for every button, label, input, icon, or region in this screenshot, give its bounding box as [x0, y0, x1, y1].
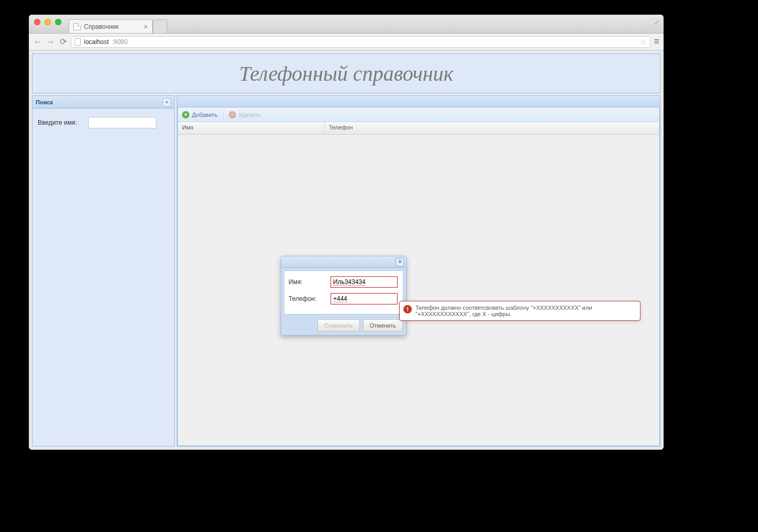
- tab-row: Справочник ×: [69, 15, 167, 33]
- search-panel-body: Введите имя:: [33, 108, 174, 446]
- toolbar: + Добавить − Удалить: [178, 107, 659, 122]
- browser-window: Справочник × ⤢ ← → ⟳ localhost:8080 ☆ ≡ …: [29, 15, 664, 450]
- reload-button[interactable]: ⟳: [58, 37, 68, 47]
- page-icon: [73, 23, 81, 30]
- header-panel: Телефонный справочник: [32, 53, 660, 93]
- window-controls: [29, 15, 67, 25]
- add-button-label: Добавить: [192, 112, 218, 118]
- browser-tab-active[interactable]: Справочник ×: [69, 19, 153, 33]
- column-phone[interactable]: Телефон: [325, 122, 659, 134]
- grid-body: [178, 135, 659, 446]
- dialog-header[interactable]: ✕: [281, 256, 406, 268]
- address-bar: ← → ⟳ localhost:8080 ☆ ≡: [29, 34, 664, 50]
- page-icon-small: [74, 38, 81, 46]
- collapse-button[interactable]: «: [163, 98, 171, 106]
- main-body: + Добавить − Удалить Имя Телефон: [177, 107, 660, 446]
- browser-menu-icon[interactable]: ≡: [654, 36, 659, 47]
- tab-close-icon[interactable]: ×: [144, 23, 148, 30]
- validation-tooltip: ! Телефон должно соответсвовать шаблону …: [399, 301, 640, 321]
- main-panel: + Добавить − Удалить Имя Телефон: [177, 95, 660, 447]
- search-name-input[interactable]: [88, 117, 156, 128]
- add-button[interactable]: + Добавить: [182, 111, 218, 118]
- tab-title: Справочник: [84, 23, 119, 30]
- toolbar-separator: [223, 111, 223, 119]
- dialog-body: Имя: Телефон:: [284, 270, 403, 314]
- validation-message: Телефон должно соответсвовать шаблону "+…: [415, 305, 592, 317]
- back-button[interactable]: ←: [33, 37, 42, 47]
- delete-button-label: Удалить: [239, 112, 261, 118]
- dialog-name-label: Имя:: [289, 278, 325, 286]
- expand-icon[interactable]: ⤢: [654, 19, 659, 26]
- dialog-name-row: Имя:: [289, 276, 399, 288]
- titlebar: Справочник × ⤢: [29, 15, 664, 34]
- column-name[interactable]: Имя: [178, 122, 325, 134]
- search-name-label: Введите имя:: [38, 119, 83, 126]
- dialog-close-button[interactable]: ✕: [396, 258, 404, 266]
- search-panel: Поиск « Введите имя:: [32, 95, 175, 447]
- url-port: :8080: [112, 38, 127, 46]
- dialog-phone-input[interactable]: [330, 293, 398, 305]
- save-button: Сохранить: [317, 319, 360, 332]
- window-minimize-button[interactable]: [45, 19, 51, 25]
- url-host: localhost: [84, 38, 109, 46]
- dialog-name-input[interactable]: [330, 276, 398, 288]
- window-close-button[interactable]: [34, 19, 40, 25]
- delete-button: − Удалить: [229, 111, 261, 118]
- edit-dialog: ✕ Имя: Телефон: Сохранить Отменить: [281, 256, 407, 335]
- cancel-button[interactable]: Отменить: [363, 319, 403, 332]
- main-panel-header: [177, 96, 660, 107]
- page-content: Телефонный справочник Поиск « Введите им…: [29, 50, 664, 450]
- forward-button[interactable]: →: [46, 37, 55, 47]
- window-zoom-button[interactable]: [55, 19, 61, 25]
- bookmark-star-icon[interactable]: ☆: [640, 38, 647, 46]
- plus-icon: +: [182, 111, 189, 118]
- dialog-phone-row: Телефон:: [289, 293, 399, 305]
- search-panel-title: Поиск: [36, 99, 53, 105]
- new-tab-button[interactable]: [153, 19, 167, 33]
- dialog-footer: Сохранить Отменить: [281, 317, 406, 335]
- error-icon: !: [403, 305, 412, 313]
- minus-icon: −: [229, 111, 236, 118]
- url-input[interactable]: localhost:8080 ☆: [71, 36, 650, 48]
- dialog-phone-label: Телефон:: [289, 295, 325, 302]
- grid-header: Имя Телефон: [178, 122, 659, 135]
- search-panel-header: Поиск «: [33, 96, 174, 108]
- search-name-row: Введите имя:: [38, 117, 169, 128]
- page-title: Телефонный справочник: [239, 61, 454, 86]
